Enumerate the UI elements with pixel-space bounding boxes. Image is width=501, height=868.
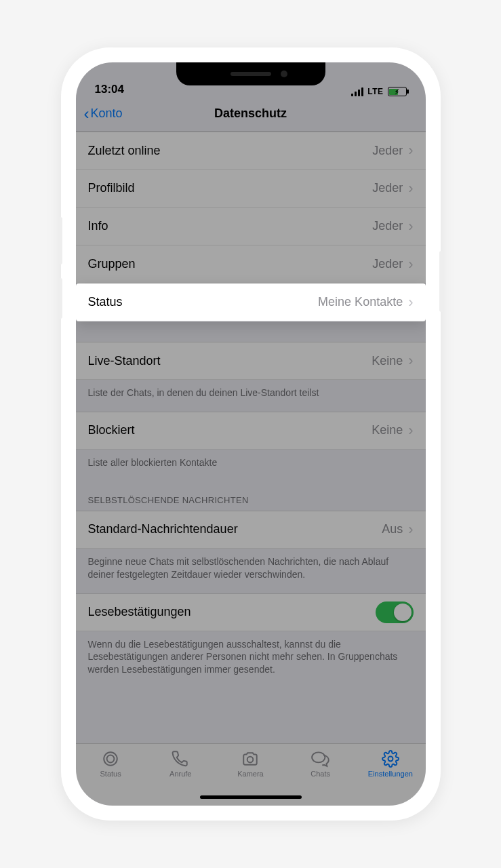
tab-label: Status	[100, 770, 121, 778]
svg-point-3	[312, 752, 325, 762]
row-read-receipts: Lesebestätigungen	[76, 593, 426, 631]
screen: 13:04 LTE ⚡︎ ‹ Konto Datenschutz Zuletzt	[76, 62, 426, 806]
notch	[176, 62, 325, 85]
svg-point-4	[388, 757, 393, 762]
tab-label: Anrufe	[169, 770, 191, 778]
svg-point-2	[247, 757, 254, 763]
page-title: Datenschutz	[214, 106, 287, 121]
chevron-right-icon: ›	[408, 294, 413, 311]
signal-icon	[351, 87, 363, 96]
row-label: Zuletzt online	[88, 144, 373, 158]
row-value: Keine	[372, 423, 403, 437]
chevron-right-icon: ›	[408, 521, 413, 538]
row-label: Status	[88, 295, 319, 309]
chats-icon	[310, 749, 331, 768]
tab-label: Chats	[310, 770, 330, 778]
statusbar-time: 13:04	[95, 83, 124, 96]
row-value: Jeder	[372, 181, 403, 195]
tab-label: Einstellungen	[368, 770, 413, 778]
battery-icon: ⚡︎	[388, 87, 407, 96]
chevron-right-icon: ›	[408, 180, 413, 197]
chevron-right-icon: ›	[408, 352, 413, 370]
row-value: Jeder	[372, 219, 403, 233]
phone-icon	[172, 749, 189, 768]
tab-calls[interactable]: Anrufe	[146, 749, 216, 778]
row-label: Profilbild	[88, 181, 373, 195]
row-default-timer[interactable]: Standard-Nachrichtendauer Aus ›	[76, 511, 426, 549]
header-disappearing: SELBSTLÖSCHENDE NACHRICHTEN	[76, 481, 426, 511]
gear-icon	[382, 749, 399, 768]
read-receipts-toggle[interactable]	[376, 601, 414, 623]
chevron-right-icon: ›	[408, 218, 413, 235]
row-groups[interactable]: Gruppen Jeder ›	[76, 245, 426, 283]
status-icon	[102, 749, 119, 768]
row-value: Jeder	[372, 257, 403, 271]
row-about[interactable]: Info Jeder ›	[76, 208, 426, 245]
tab-camera[interactable]: Kamera	[216, 749, 285, 778]
row-label: Info	[88, 219, 373, 233]
home-indicator[interactable]	[200, 795, 302, 799]
row-live-location[interactable]: Live-Standort Keine ›	[76, 342, 426, 380]
row-label: Gruppen	[88, 257, 373, 271]
row-value: Meine Kontakte	[318, 295, 403, 309]
row-blocked[interactable]: Blockiert Keine ›	[76, 412, 426, 450]
row-last-seen[interactable]: Zuletzt online Jeder ›	[76, 132, 426, 170]
back-button[interactable]: ‹ Konto	[84, 106, 123, 122]
row-value: Aus	[382, 522, 403, 536]
back-label: Konto	[91, 106, 123, 121]
row-label: Live-Standort	[88, 354, 372, 368]
camera-icon	[241, 749, 260, 768]
tab-chats[interactable]: Chats	[285, 749, 355, 778]
network-label: LTE	[367, 87, 383, 96]
row-label: Blockiert	[88, 423, 372, 437]
tab-settings[interactable]: Einstellungen	[355, 749, 425, 778]
row-label: Lesebestätigungen	[88, 605, 376, 619]
row-profile-photo[interactable]: Profilbild Jeder ›	[76, 170, 426, 208]
nav-bar: ‹ Konto Datenschutz	[76, 96, 426, 132]
tab-label: Kamera	[237, 770, 264, 778]
svg-point-0	[104, 752, 117, 766]
tab-status[interactable]: Status	[76, 749, 146, 778]
row-value: Jeder	[372, 144, 403, 158]
chevron-right-icon: ›	[408, 422, 413, 439]
footer-default-timer: Beginne neue Chats mit selbstlöschenden …	[76, 549, 426, 593]
svg-point-1	[107, 755, 115, 763]
row-status[interactable]: Status Meine Kontakte ›	[76, 283, 426, 321]
chevron-left-icon: ‹	[84, 106, 89, 122]
footer-live-location: Liste der Chats, in denen du deinen Live…	[76, 380, 426, 412]
row-label: Standard-Nachrichtendauer	[88, 522, 382, 536]
row-value: Keine	[372, 354, 403, 368]
device-frame: 13:04 LTE ⚡︎ ‹ Konto Datenschutz Zuletzt	[61, 47, 441, 821]
chevron-right-icon: ›	[408, 142, 413, 159]
footer-blocked: Liste aller blockierten Kontakte	[76, 450, 426, 481]
footer-read-receipts: Wenn du die Lesebestätigungen ausschalte…	[76, 631, 426, 689]
chevron-right-icon: ›	[408, 256, 413, 273]
